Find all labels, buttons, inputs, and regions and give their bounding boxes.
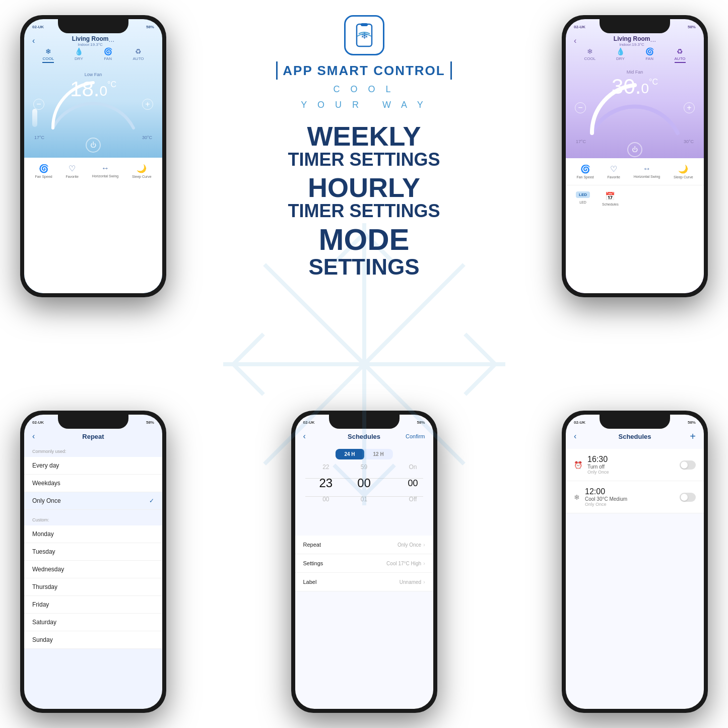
svg-rect-13 [361,23,368,26]
repeat-label: Repeat [303,542,321,548]
repeat-only-once[interactable]: Only Once ✓ [24,492,162,510]
min-col[interactable]: 59 00 01 [357,460,371,506]
repeat-weekdays[interactable]: Weekdays [24,475,162,492]
toggle-12h[interactable]: 12 H [364,449,393,459]
swing-icon-tl: ↔ [101,164,109,173]
back-arrow-br[interactable]: ‹ [574,432,576,441]
back-arrow-tr[interactable]: ‹ [574,36,576,45]
label-value: Unnamed [400,579,421,585]
mode-dry-tl[interactable]: 💧 DRY [75,47,83,63]
repeat-saturday[interactable]: Saturday [24,614,162,631]
schedule-action-2: Cool 30°C Medium [585,496,675,502]
fan-label-tr: Mid Fan [612,70,658,75]
mode-dry-tr[interactable]: 💧 DRY [616,47,625,63]
hour-col[interactable]: 22 23 00 [319,460,333,506]
extra-features-tr: LED LED 📅 Schedules [566,185,704,212]
indoor-temp-tr: Indoor:19.3°C [614,42,650,47]
add-schedule-btn[interactable]: + [690,431,696,442]
feature-fav-tr[interactable]: ♡ Favorite [608,164,620,179]
indoor-temp-tl: Indoor:19.3°C [72,42,109,47]
feature-swing-tl[interactable]: ↔ Horizontal Swing [92,164,119,287]
schedule-icon-1: ⏰ [574,461,582,469]
nav-title-br: Schedules [618,433,651,440]
hour-below: 00 [322,492,329,506]
custom-list: Monday Tuesday Wednesday Thursday Friday… [24,525,162,649]
feature-fan-tr[interactable]: 🌀 Fan Speed [576,164,593,179]
temp-high-tl: 30°C [142,135,152,140]
mode-cool-tr[interactable]: ❄ COOL [584,47,595,63]
svg-line-9 [233,364,263,394]
phone-bottom-left: 02-UK 13:46 58% ‹ Repeat Commonly used: … [20,411,166,713]
repeat-sunday[interactable]: Sunday [24,631,162,649]
notch-br [600,415,670,429]
temp-dec-tl: 0 [99,83,107,101]
menu-dots-tl[interactable]: ··· [109,37,115,45]
mode-auto-tr[interactable]: ♻ AUTO [675,47,686,63]
status-carrier-tr: 02-UK [574,25,585,29]
status-battery-bc: 58% [417,420,425,425]
settings-label: SETTINGS [308,255,419,279]
feature-favorite-tl[interactable]: ♡ Favorite [66,164,79,287]
min-selected: 00 [357,474,371,492]
temp-unit-tr: °C [649,75,658,87]
confirm-bc[interactable]: Confirm [406,433,425,439]
repeat-thursday[interactable]: Thursday [24,578,162,596]
temp-unit-tl: °C [107,77,116,89]
mode-fan-tl[interactable]: 🌀 FAN [104,47,112,63]
mode-fan-tr[interactable]: 🌀 FAN [645,47,654,63]
feature-sleep-tr[interactable]: 🌙 Sleep Curve [674,164,693,179]
temp-minus-tr[interactable]: − [575,102,586,113]
repeat-tuesday[interactable]: Tuesday [24,543,162,561]
slider-tl [32,109,37,127]
temp-low-tr: 17°C [576,139,586,144]
schedules-feature-tr[interactable]: 📅 Schedules [602,191,619,206]
repeat-friday[interactable]: Friday [24,596,162,614]
time-picker-line-top [305,478,423,479]
features-bar-tr: 🌀 Fan Speed ♡ Favorite ↔ Horizontal Swin… [566,158,704,185]
led-feature-tr[interactable]: LED LED [576,191,590,206]
schedule-entry-1[interactable]: ⏰ 16:30 Turn off Only Once [566,449,704,481]
mode-cool-tl[interactable]: ❄ COOL [42,47,54,63]
schedule-options: Repeat Only Once › Settings Cool 17°C Hi… [295,536,433,591]
nav-bar-bl: ‹ Repeat [24,429,162,444]
fan-icon-tr: 🌀 [580,164,590,174]
mode-auto-tl[interactable]: ♻ AUTO [133,47,144,63]
option-settings[interactable]: Settings Cool 17°C High › [295,554,433,573]
on-off-col[interactable]: On 00 Off [408,460,418,506]
feature-sleep-tl[interactable]: 🌙 Sleep Curve [132,164,152,287]
temp-low-tl: 17°C [34,135,44,140]
option-label[interactable]: Label Unnamed › [295,573,433,591]
option-repeat[interactable]: Repeat Only Once › [295,536,433,554]
power-btn-tl[interactable]: ⏻ [86,138,101,153]
repeat-every-day[interactable]: Every day [24,457,162,475]
status-battery-bl: 58% [146,420,154,425]
repeat-monday[interactable]: Monday [24,525,162,543]
temp-dec-tr: 0 [641,81,649,99]
feature-fan-speed-tl[interactable]: 🌀 Fan Speed [35,164,52,287]
menu-dots-tr[interactable]: ··· [650,37,656,45]
schedule-entry-2[interactable]: ❄ 12:00 Cool 30°C Medium Only Once [566,481,704,513]
back-arrow-bc[interactable]: ‹ [303,432,306,441]
schedule-toggle-1[interactable] [680,460,696,470]
status-battery-br: 58% [688,420,696,425]
time-format-toggle: 24 H 12 H [335,449,392,459]
schedule-toggle-2[interactable] [680,493,696,502]
phone-bottom-right: 02-UK 13:46 58% ‹ Schedules + ⏰ 16:30 Tu… [562,411,708,713]
temp-plus-tr[interactable]: + [684,102,695,113]
power-btn-tr[interactable]: ⏻ [627,142,642,157]
temp-val-tl: 18. [70,77,99,101]
time-picker-line-bottom [305,496,423,497]
notch-tl [58,19,128,33]
schedule-desc-2: 12:00 Cool 30°C Medium Only Once [585,487,675,507]
feature-swing-tr[interactable]: ↔ Horizontal Swing [634,164,660,179]
temp-plus-tl[interactable]: + [142,99,153,110]
status-carrier-tl: 02-UK [32,25,44,29]
back-arrow-tl[interactable]: ‹ [32,36,35,45]
nav-bar-br: ‹ Schedules + [566,429,704,444]
cool-your-way: C O O L Y O U R W A Y [301,82,427,112]
repeat-wednesday[interactable]: Wednesday [24,561,162,578]
toggle-24h[interactable]: 24 H [335,449,364,459]
svg-line-10 [465,334,495,364]
temp-minus-tl[interactable]: − [33,99,44,110]
back-arrow-bl[interactable]: ‹ [32,432,35,441]
